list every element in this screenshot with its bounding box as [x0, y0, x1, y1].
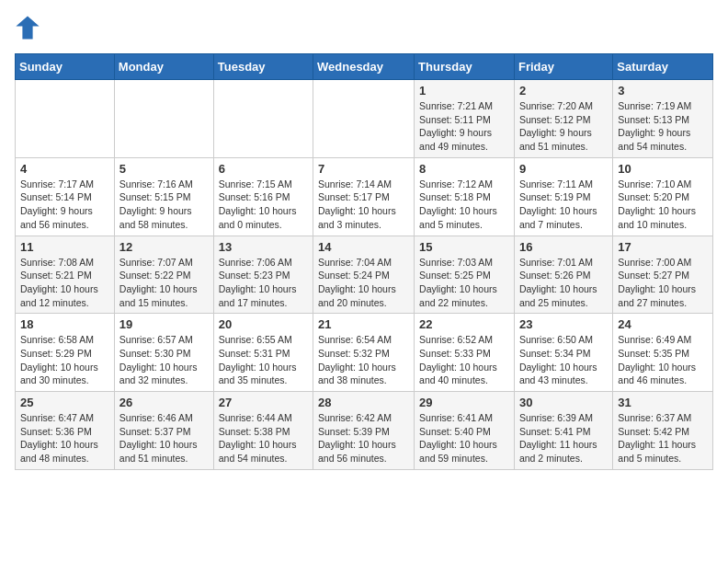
day-cell: 29Sunrise: 6:41 AMSunset: 5:40 PMDayligh… — [415, 392, 515, 470]
day-cell — [16, 80, 115, 158]
day-cell: 18Sunrise: 6:58 AMSunset: 5:29 PMDayligh… — [16, 314, 115, 392]
day-info: Sunrise: 6:58 AMSunset: 5:29 PMDaylight:… — [20, 333, 109, 387]
day-number: 26 — [119, 396, 209, 409]
day-number: 15 — [419, 240, 509, 254]
day-cell: 15Sunrise: 7:03 AMSunset: 5:25 PMDayligh… — [415, 236, 515, 314]
day-info: Sunrise: 7:06 AMSunset: 5:23 PMDaylight:… — [219, 256, 308, 310]
day-cell: 3Sunrise: 7:19 AMSunset: 5:13 PMDaylight… — [613, 80, 713, 158]
day-number: 17 — [618, 240, 708, 254]
day-number: 3 — [618, 84, 708, 98]
day-info: Sunrise: 6:49 AMSunset: 5:35 PMDaylight:… — [618, 333, 708, 387]
day-cell: 31Sunrise: 6:37 AMSunset: 5:42 PMDayligh… — [613, 392, 713, 470]
header-cell-tuesday: Tuesday — [213, 54, 313, 80]
day-info: Sunrise: 7:00 AMSunset: 5:27 PMDaylight:… — [618, 256, 708, 310]
day-cell: 26Sunrise: 6:46 AMSunset: 5:37 PMDayligh… — [114, 392, 213, 470]
day-number: 6 — [219, 162, 308, 176]
day-cell — [213, 80, 313, 158]
week-row-4: 18Sunrise: 6:58 AMSunset: 5:29 PMDayligh… — [16, 314, 713, 392]
day-info: Sunrise: 7:21 AMSunset: 5:11 PMDaylight:… — [419, 99, 509, 154]
day-info: Sunrise: 6:39 AMSunset: 5:41 PMDaylight:… — [519, 411, 608, 465]
day-cell: 13Sunrise: 7:06 AMSunset: 5:23 PMDayligh… — [213, 236, 313, 314]
day-cell: 28Sunrise: 6:42 AMSunset: 5:39 PMDayligh… — [313, 392, 415, 470]
header-cell-thursday: Thursday — [415, 54, 515, 80]
day-info: Sunrise: 7:08 AMSunset: 5:21 PMDaylight:… — [20, 256, 109, 310]
day-number: 30 — [519, 396, 608, 409]
day-cell: 12Sunrise: 7:07 AMSunset: 5:22 PMDayligh… — [114, 236, 213, 314]
logo-icon — [15, 15, 40, 40]
day-number: 19 — [119, 317, 209, 331]
week-row-2: 4Sunrise: 7:17 AMSunset: 5:14 PMDaylight… — [16, 157, 713, 236]
week-row-3: 11Sunrise: 7:08 AMSunset: 5:21 PMDayligh… — [16, 236, 713, 314]
day-cell: 10Sunrise: 7:10 AMSunset: 5:20 PMDayligh… — [613, 157, 713, 236]
day-info: Sunrise: 6:55 AMSunset: 5:31 PMDaylight:… — [219, 333, 308, 387]
week-row-1: 1Sunrise: 7:21 AMSunset: 5:11 PMDaylight… — [16, 80, 713, 158]
day-cell: 23Sunrise: 6:50 AMSunset: 5:34 PMDayligh… — [514, 314, 612, 392]
day-number: 10 — [618, 162, 708, 176]
day-info: Sunrise: 7:17 AMSunset: 5:14 PMDaylight:… — [20, 178, 109, 232]
header-row: SundayMondayTuesdayWednesdayThursdayFrid… — [16, 54, 713, 80]
day-number: 16 — [519, 240, 608, 254]
day-number: 29 — [419, 396, 509, 409]
day-info: Sunrise: 7:03 AMSunset: 5:25 PMDaylight:… — [419, 256, 509, 310]
day-info: Sunrise: 6:54 AMSunset: 5:32 PMDaylight:… — [318, 333, 409, 387]
day-info: Sunrise: 6:44 AMSunset: 5:38 PMDaylight:… — [219, 411, 308, 465]
day-cell: 20Sunrise: 6:55 AMSunset: 5:31 PMDayligh… — [213, 314, 313, 392]
day-cell — [114, 80, 213, 158]
day-cell: 1Sunrise: 7:21 AMSunset: 5:11 PMDaylight… — [415, 80, 515, 158]
day-cell: 5Sunrise: 7:16 AMSunset: 5:15 PMDaylight… — [114, 157, 213, 236]
day-info: Sunrise: 7:15 AMSunset: 5:16 PMDaylight:… — [219, 178, 308, 232]
svg-marker-0 — [16, 16, 39, 39]
week-row-5: 25Sunrise: 6:47 AMSunset: 5:36 PMDayligh… — [16, 392, 713, 470]
day-info: Sunrise: 6:46 AMSunset: 5:37 PMDaylight:… — [119, 411, 209, 465]
day-info: Sunrise: 6:57 AMSunset: 5:30 PMDaylight:… — [119, 333, 209, 387]
logo — [15, 15, 42, 44]
header-cell-friday: Friday — [514, 54, 612, 80]
day-info: Sunrise: 6:37 AMSunset: 5:42 PMDaylight:… — [618, 411, 708, 465]
day-info: Sunrise: 7:01 AMSunset: 5:26 PMDaylight:… — [519, 256, 608, 310]
day-cell: 4Sunrise: 7:17 AMSunset: 5:14 PMDaylight… — [16, 157, 115, 236]
day-info: Sunrise: 6:52 AMSunset: 5:33 PMDaylight:… — [419, 333, 509, 387]
day-number: 2 — [519, 84, 608, 98]
day-number: 11 — [20, 240, 109, 254]
day-info: Sunrise: 6:42 AMSunset: 5:39 PMDaylight:… — [318, 411, 409, 465]
day-cell: 21Sunrise: 6:54 AMSunset: 5:32 PMDayligh… — [313, 314, 415, 392]
day-info: Sunrise: 7:04 AMSunset: 5:24 PMDaylight:… — [318, 256, 409, 310]
day-cell: 24Sunrise: 6:49 AMSunset: 5:35 PMDayligh… — [613, 314, 713, 392]
calendar-table: SundayMondayTuesdayWednesdayThursdayFrid… — [15, 53, 713, 470]
day-number: 1 — [419, 84, 509, 98]
day-number: 22 — [419, 317, 509, 331]
day-info: Sunrise: 7:14 AMSunset: 5:17 PMDaylight:… — [318, 178, 409, 232]
day-cell: 27Sunrise: 6:44 AMSunset: 5:38 PMDayligh… — [213, 392, 313, 470]
day-cell: 25Sunrise: 6:47 AMSunset: 5:36 PMDayligh… — [16, 392, 115, 470]
day-number: 27 — [219, 396, 308, 409]
day-cell: 9Sunrise: 7:11 AMSunset: 5:19 PMDaylight… — [514, 157, 612, 236]
day-info: Sunrise: 7:10 AMSunset: 5:20 PMDaylight:… — [618, 178, 708, 232]
day-number: 24 — [618, 317, 708, 331]
day-number: 4 — [20, 162, 109, 176]
day-number: 12 — [119, 240, 209, 254]
day-info: Sunrise: 7:11 AMSunset: 5:19 PMDaylight:… — [519, 178, 608, 232]
day-number: 8 — [419, 162, 509, 176]
day-info: Sunrise: 6:41 AMSunset: 5:40 PMDaylight:… — [419, 411, 509, 465]
day-cell: 14Sunrise: 7:04 AMSunset: 5:24 PMDayligh… — [313, 236, 415, 314]
header-cell-sunday: Sunday — [16, 54, 115, 80]
day-cell: 19Sunrise: 6:57 AMSunset: 5:30 PMDayligh… — [114, 314, 213, 392]
day-number: 7 — [318, 162, 409, 176]
day-info: Sunrise: 7:07 AMSunset: 5:22 PMDaylight:… — [119, 256, 209, 310]
day-cell: 22Sunrise: 6:52 AMSunset: 5:33 PMDayligh… — [415, 314, 515, 392]
day-number: 14 — [318, 240, 409, 254]
day-cell: 17Sunrise: 7:00 AMSunset: 5:27 PMDayligh… — [613, 236, 713, 314]
day-number: 13 — [219, 240, 308, 254]
day-number: 18 — [20, 317, 109, 331]
day-cell: 8Sunrise: 7:12 AMSunset: 5:18 PMDaylight… — [415, 157, 515, 236]
header-cell-saturday: Saturday — [613, 54, 713, 80]
day-cell: 7Sunrise: 7:14 AMSunset: 5:17 PMDaylight… — [313, 157, 415, 236]
day-info: Sunrise: 7:19 AMSunset: 5:13 PMDaylight:… — [618, 99, 708, 154]
day-cell: 16Sunrise: 7:01 AMSunset: 5:26 PMDayligh… — [514, 236, 612, 314]
day-number: 9 — [519, 162, 608, 176]
header-cell-monday: Monday — [114, 54, 213, 80]
day-info: Sunrise: 7:12 AMSunset: 5:18 PMDaylight:… — [419, 178, 509, 232]
day-info: Sunrise: 6:47 AMSunset: 5:36 PMDaylight:… — [20, 411, 109, 465]
day-number: 5 — [119, 162, 209, 176]
day-cell: 30Sunrise: 6:39 AMSunset: 5:41 PMDayligh… — [514, 392, 612, 470]
